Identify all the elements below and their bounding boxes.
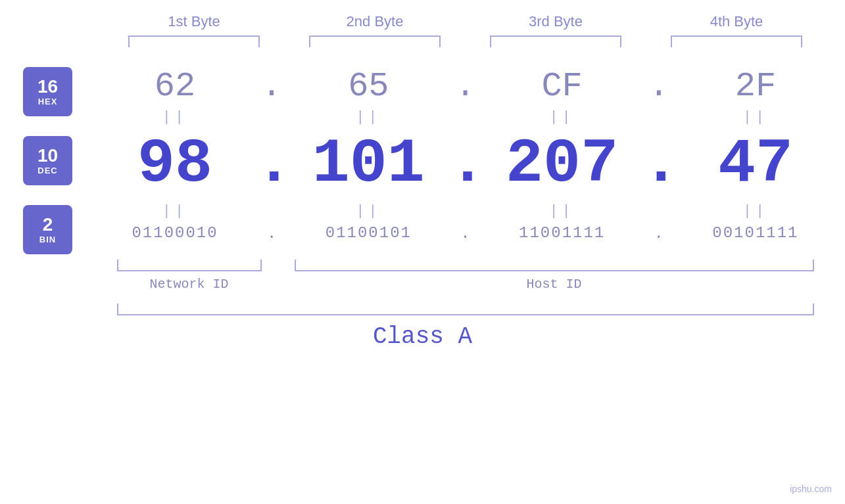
class-label: Class A: [373, 323, 472, 350]
hex-byte2-cell: 65: [296, 67, 441, 106]
dec-byte3-cell: 207: [490, 133, 635, 196]
hex-row: 62 . 65 . CF . 2F: [85, 67, 845, 106]
hex-name: HEX: [38, 97, 58, 106]
bin-number: 2: [43, 215, 53, 235]
watermark: ipshu.com: [790, 484, 832, 494]
hex-dot3: .: [642, 67, 675, 106]
byte3-label: 3rd Byte: [483, 13, 628, 30]
eq1-sign4: ||: [743, 109, 768, 126]
eq2-sign2: ||: [356, 203, 381, 219]
equals-row-2: || || || ||: [85, 200, 845, 223]
hex-byte1-value: 62: [155, 67, 195, 106]
hex-byte1-cell: 62: [103, 67, 247, 106]
top-bracket-2: [309, 35, 441, 47]
dec-byte4-cell: 47: [683, 133, 828, 196]
equals-row-1: || || || ||: [85, 106, 845, 129]
bin-byte1-value: 01100010: [132, 224, 218, 242]
dec-byte1-value: 98: [137, 129, 212, 200]
dec-name: DEC: [37, 166, 57, 175]
hex-byte3-value: CF: [541, 67, 582, 106]
hex-badge: 16 HEX: [23, 67, 72, 116]
eq2-cell2: ||: [296, 203, 441, 219]
network-id-label: Network ID: [117, 277, 262, 292]
hex-dot1: .: [255, 67, 288, 106]
bin-byte2-cell: 01100101: [296, 224, 441, 242]
dec-dot1: .: [255, 129, 288, 200]
bin-byte4-value: 00101111: [712, 224, 798, 242]
dec-row: 98 . 101 . 207 . 47: [85, 129, 845, 200]
hex-byte2-value: 65: [348, 67, 389, 106]
dec-byte2-cell: 101: [296, 133, 441, 196]
bin-dot2: .: [448, 223, 481, 243]
dec-number: 10: [37, 146, 58, 166]
top-bracket-1: [128, 35, 260, 47]
bin-dot3: .: [642, 223, 675, 243]
dec-byte2-value: 101: [312, 129, 425, 200]
hex-byte3-cell: CF: [490, 67, 635, 106]
eq1-cell4: ||: [683, 109, 828, 126]
eq2-cell4: ||: [683, 203, 828, 219]
bin-byte1-cell: 01100010: [103, 224, 247, 242]
content-area: 16 HEX 10 DEC 2 BIN 62 .: [0, 67, 845, 254]
bin-dot1: .: [255, 223, 288, 243]
bottom-brackets: [104, 260, 827, 271]
top-brackets: [104, 35, 827, 47]
left-labels: 16 HEX 10 DEC 2 BIN: [0, 67, 85, 254]
id-labels: Network ID Host ID: [104, 277, 827, 292]
class-bracket-container: [104, 304, 827, 315]
eq1-cell2: ||: [296, 109, 441, 126]
hex-byte4-value: 2F: [735, 67, 776, 106]
bin-row: 01100010 . 01100101 . 11001111 .: [85, 223, 845, 243]
dec-byte1-cell: 98: [103, 133, 247, 196]
hex-dot2: .: [448, 67, 481, 106]
eq1-sign1: ||: [162, 109, 187, 126]
byte2-label: 2nd Byte: [302, 13, 447, 30]
eq1-sign2: ||: [356, 109, 381, 126]
host-bracket: [295, 260, 814, 271]
hex-byte4-cell: 2F: [683, 67, 828, 106]
bin-byte4-cell: 00101111: [683, 224, 828, 242]
dec-badge: 10 DEC: [23, 136, 72, 185]
eq2-sign1: ||: [162, 203, 187, 219]
bin-byte3-value: 11001111: [519, 224, 605, 242]
dec-dot2: .: [448, 129, 481, 200]
bin-badge: 2 BIN: [23, 205, 72, 254]
eq1-cell1: ||: [103, 109, 247, 126]
top-bracket-3: [490, 35, 621, 47]
host-id-label: Host ID: [295, 277, 814, 292]
id-label-spacer: [262, 277, 295, 292]
eq1-cell3: ||: [490, 109, 635, 126]
bin-byte3-cell: 11001111: [490, 224, 635, 242]
byte-headers: 1st Byte 2nd Byte 3rd Byte 4th Byte: [104, 13, 827, 30]
hex-number: 16: [37, 77, 58, 97]
eq2-sign3: ||: [549, 203, 574, 219]
dec-byte3-value: 207: [506, 129, 618, 200]
main-container: 1st Byte 2nd Byte 3rd Byte 4th Byte 16 H…: [0, 0, 845, 504]
dec-dot3: .: [642, 129, 675, 200]
dec-byte4-value: 47: [718, 129, 793, 200]
bin-byte2-value: 01100101: [326, 224, 412, 242]
eq2-sign4: ||: [743, 203, 768, 219]
top-bracket-4: [671, 35, 802, 47]
network-bracket: [117, 260, 262, 271]
class-bracket: [117, 304, 814, 315]
bracket-spacer-1: [262, 260, 295, 271]
byte1-label: 1st Byte: [122, 13, 266, 30]
bin-name: BIN: [39, 235, 56, 244]
eq2-cell3: ||: [490, 203, 635, 219]
eq1-sign3: ||: [549, 109, 574, 126]
rows-container: 62 . 65 . CF . 2F: [85, 67, 845, 254]
eq2-cell1: ||: [103, 203, 247, 219]
byte4-label: 4th Byte: [664, 13, 809, 30]
